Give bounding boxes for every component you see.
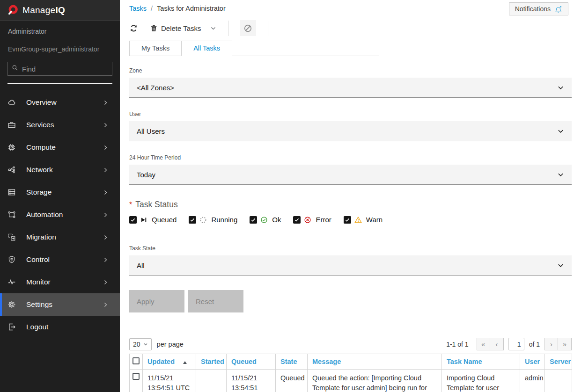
ban-icon [243, 24, 252, 33]
notifications-label: Notifications [515, 5, 551, 13]
pagination-bar: 20 per page 1-1 of 1 « ‹ of 1 › » [129, 338, 572, 350]
queued-status-icon [140, 216, 147, 224]
topbar: Tasks / Tasks for Administrator Notifica… [120, 0, 574, 18]
sidebar-item-logout[interactable]: Logout [0, 316, 120, 338]
checkbox-checked[interactable] [250, 216, 257, 224]
previous-page-button[interactable]: ‹ [490, 338, 504, 350]
column-header-updated[interactable]: Updated [143, 354, 196, 370]
cell-task-name: Importing Cloud Template for user admin [442, 370, 520, 392]
reset-button[interactable]: Reset [188, 290, 243, 312]
task-state-field: Task State All [129, 245, 572, 276]
next-page-button[interactable]: › [545, 338, 558, 350]
checkbox-checked[interactable] [129, 216, 137, 224]
cancel-task-button[interactable] [240, 20, 256, 36]
cell-updated: 11/15/21 13:54:51 UTC [143, 370, 196, 392]
sidebar: ManageIQ Administrator EvmGroup-super_ad… [0, 0, 120, 392]
tasks-table: UpdatedStartedQueuedStateMessageTask Nam… [129, 354, 572, 392]
checkbox-checked[interactable] [344, 216, 351, 224]
pager-forward-group: › » [545, 338, 572, 350]
required-marker: * [129, 201, 132, 209]
chevron-down-icon [557, 171, 564, 178]
sidebar-item-storage[interactable]: Storage [0, 181, 120, 203]
sidebar-item-control[interactable]: Control [0, 248, 120, 271]
column-header-server[interactable]: Server [545, 354, 572, 370]
sidebar-search[interactable] [7, 62, 112, 76]
checkbox-checked[interactable] [293, 216, 301, 224]
notifications-button[interactable]: Notifications [509, 2, 568, 15]
delete-tasks-label: Delete Tasks [161, 24, 201, 32]
sidebar-item-network[interactable]: Network [0, 159, 120, 181]
apply-button[interactable]: Apply [129, 290, 184, 312]
chevron-right-icon [103, 234, 109, 240]
status-checkbox-error[interactable]: Error [293, 216, 331, 224]
trash-icon [150, 24, 158, 32]
app-window: ManageIQ Administrator EvmGroup-super_ad… [0, 0, 574, 392]
row-select-checkbox[interactable] [130, 370, 143, 392]
delete-tasks-button[interactable]: Delete Tasks [150, 24, 216, 32]
sidebar-item-monitor[interactable]: Monitor [0, 271, 120, 293]
checkbox-unchecked[interactable] [132, 357, 140, 364]
error-status-icon [304, 216, 311, 224]
user-dropdown[interactable]: All Users [129, 121, 572, 141]
task-status-section: *Task Status QueuedRunningOkErrorWarn [129, 200, 572, 224]
network-icon [7, 166, 16, 174]
chevron-right-icon [103, 279, 109, 285]
checkbox-checked[interactable] [189, 216, 196, 224]
sidebar-item-services[interactable]: Services [0, 114, 120, 136]
storage-icon [7, 188, 16, 196]
sidebar-item-automation[interactable]: Automation [0, 203, 120, 226]
column-header-task-name[interactable]: Task Name [442, 354, 520, 370]
task-state-dropdown[interactable]: All [129, 255, 572, 276]
sidebar-item-migration[interactable]: Migration [0, 226, 120, 248]
manageiq-logo-icon [7, 5, 18, 16]
sidebar-item-label: Storage [26, 188, 52, 196]
status-checkbox-queued[interactable]: Queued [129, 216, 177, 224]
per-page-select[interactable]: 20 [129, 338, 152, 350]
sidebar-item-label: Overview [26, 98, 57, 107]
ok-status-icon [260, 216, 268, 224]
breadcrumb-current: Tasks for Administrator [157, 5, 226, 12]
column-header-user[interactable]: User [520, 354, 545, 370]
toolbar: Delete Tasks [120, 18, 574, 38]
status-option-label: Ok [272, 216, 281, 224]
tabstrip: My TasksAll Tasks [129, 41, 379, 56]
status-option-label: Warn [366, 216, 383, 224]
column-header-state[interactable]: State [276, 354, 308, 370]
cell-server [545, 370, 572, 392]
refresh-button[interactable] [130, 24, 138, 32]
zone-dropdown[interactable]: <All Zones> [129, 78, 572, 98]
logout-icon [7, 323, 16, 331]
breadcrumb: Tasks / Tasks for Administrator [129, 5, 226, 12]
first-page-button[interactable]: « [477, 338, 490, 350]
status-checkbox-ok[interactable]: Ok [250, 216, 281, 224]
sidebar-divider [7, 83, 112, 84]
cell-queued: 11/15/21 13:54:51 UTC [227, 370, 276, 392]
select-all-checkbox[interactable] [130, 354, 143, 370]
chevron-right-icon [103, 257, 109, 263]
breadcrumb-tasks-link[interactable]: Tasks [129, 5, 147, 12]
status-checkbox-running[interactable]: Running [189, 216, 237, 224]
tab-my-tasks[interactable]: My Tasks [129, 41, 181, 56]
refresh-icon [130, 24, 138, 32]
column-header-started[interactable]: Started [196, 354, 227, 370]
sidebar-item-label: Compute [26, 143, 56, 152]
page-number-input[interactable] [508, 338, 524, 350]
status-checkbox-warn[interactable]: Warn [344, 216, 383, 224]
table-header-row: UpdatedStartedQueuedStateMessageTask Nam… [130, 354, 572, 370]
pager-controls: 1-1 of 1 « ‹ of 1 › » [446, 338, 572, 350]
last-page-button[interactable]: » [558, 338, 572, 350]
column-header-queued[interactable]: Queued [227, 354, 276, 370]
column-header-message[interactable]: Message [308, 354, 442, 370]
checkbox-unchecked[interactable] [132, 373, 140, 380]
sidebar-item-overview[interactable]: Overview [0, 91, 120, 114]
sidebar-item-settings[interactable]: Settings [0, 293, 120, 316]
tab-all-tasks[interactable]: All Tasks [181, 41, 232, 56]
warn-status-icon [354, 216, 362, 224]
sidebar-item-compute[interactable]: Compute [0, 136, 120, 159]
sidebar-item-label: Logout [26, 323, 48, 331]
time-period-dropdown[interactable]: Today [129, 165, 572, 185]
per-page-label: per page [157, 341, 184, 348]
search-input[interactable] [22, 65, 108, 73]
chevron-right-icon [103, 145, 109, 151]
chevron-right-icon [103, 212, 109, 218]
